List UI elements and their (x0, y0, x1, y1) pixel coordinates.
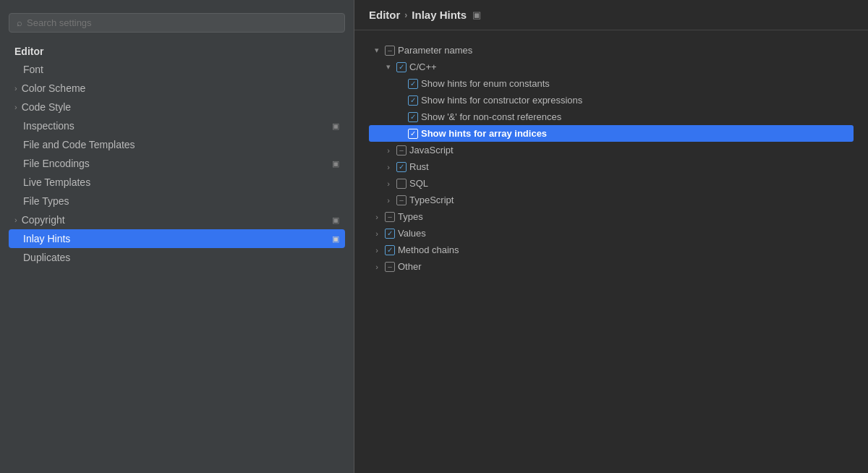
sidebar-item-inlay-hints-label: Inlay Hints (23, 233, 70, 244)
tree-item-values[interactable]: › ✓ Values (369, 225, 854, 242)
breadcrumb-current: Inlay Hints (412, 9, 467, 21)
breadcrumb-separator: › (404, 10, 407, 20)
tree-label-param-names: Parameter names (398, 45, 472, 56)
checkbox-array-indices[interactable]: ✓ (408, 129, 418, 139)
chevron-right-icon: › (372, 229, 382, 238)
settings-icon: ▣ (332, 122, 339, 131)
settings-icon: ▣ (332, 159, 339, 169)
tree-item-param-names[interactable]: ▾ – Parameter names (369, 42, 854, 59)
sidebar-item-copyright-left: › Copyright (14, 214, 65, 226)
search-input[interactable] (27, 17, 337, 28)
tree-item-rust[interactable]: › ✓ Rust (369, 158, 854, 175)
sidebar-item-copyright-label: Copyright (22, 214, 65, 226)
checkbox-param-names[interactable]: – (385, 46, 395, 56)
sidebar-item-duplicates[interactable]: Duplicates (9, 248, 345, 267)
sidebar-section-editor: Editor Font › Color Scheme › Code Style … (0, 41, 354, 267)
sidebar-item-color-scheme-label: Color Scheme (22, 82, 86, 94)
sidebar-item-file-types[interactable]: File Types (9, 192, 345, 210)
sidebar-item-color-scheme[interactable]: › Color Scheme (9, 79, 345, 98)
sidebar-header-editor: Editor (9, 41, 345, 60)
breadcrumb-root: Editor (369, 9, 400, 21)
chevron-right-icon: › (372, 263, 382, 271)
sidebar-item-inlay-hints[interactable]: Inlay Hints ▣ (9, 229, 345, 248)
sidebar-item-code-style[interactable]: › Code Style (9, 98, 345, 116)
tree-label-non-const-references: Show '&' for non-const references (421, 111, 561, 122)
sidebar-item-file-code-templates-label: File and Code Templates (23, 139, 135, 150)
checkbox-enum-constants[interactable]: ✓ (408, 79, 418, 89)
tree-item-sql[interactable]: › SQL (369, 175, 854, 192)
checkbox-constructor-expressions[interactable]: ✓ (408, 95, 418, 106)
tree-item-typescript[interactable]: › – TypeScript (369, 192, 854, 208)
sidebar-item-font-label: Font (23, 64, 43, 75)
sidebar-item-font[interactable]: Font (9, 60, 345, 79)
tree-label-types: Types (398, 211, 423, 222)
tree-label-cpp: C/C++ (409, 61, 437, 72)
tree-label-javascript: JavaScript (409, 145, 454, 155)
sidebar-item-code-style-left: › Code Style (14, 101, 71, 113)
sidebar-item-live-templates-label: Live Templates (23, 176, 90, 188)
tree-label-typescript: TypeScript (409, 195, 454, 205)
tree-label-values: Values (398, 228, 426, 239)
tree-item-non-const-references[interactable]: ✓ Show '&' for non-const references (369, 108, 854, 125)
tree-label-rust: Rust (409, 161, 429, 172)
sidebar-item-file-encodings[interactable]: File Encodings ▣ (9, 154, 345, 173)
sidebar-item-font-left: Font (23, 64, 43, 75)
chevron-right-icon: › (372, 213, 382, 221)
chevron-right-icon: › (383, 196, 393, 205)
settings-icon: ▣ (332, 234, 339, 244)
sidebar-item-live-templates[interactable]: Live Templates (9, 173, 345, 192)
chevron-down-icon: ▾ (372, 46, 382, 55)
checkbox-other[interactable]: – (385, 262, 395, 272)
sidebar-item-file-code-templates[interactable]: File and Code Templates (9, 135, 345, 154)
tree-item-other[interactable]: › – Other (369, 258, 854, 275)
chevron-right-icon: › (383, 163, 393, 171)
search-icon: ⌕ (17, 17, 22, 28)
checkbox-rust[interactable]: ✓ (396, 162, 407, 172)
tree-item-cpp[interactable]: ▾ ✓ C/C++ (369, 59, 854, 75)
sidebar-item-inspections[interactable]: Inspections ▣ (9, 116, 345, 135)
settings-icon: ▣ (332, 216, 339, 225)
sidebar-item-duplicates-label: Duplicates (23, 252, 70, 263)
tree-item-enum-constants[interactable]: ✓ Show hints for enum constants (369, 75, 854, 92)
tree-item-array-indices[interactable]: ✓ Show hints for array indices (369, 125, 854, 142)
chevron-right-icon: › (14, 216, 17, 224)
tree-item-method-chains[interactable]: › ✓ Method chains (369, 242, 854, 258)
sidebar-item-live-templates-left: Live Templates (23, 176, 90, 188)
sidebar-item-copyright[interactable]: › Copyright ▣ (9, 210, 345, 229)
sidebar: ⌕ Editor Font › Color Scheme › Code Styl… (0, 0, 354, 473)
tree-item-javascript[interactable]: › – JavaScript (369, 142, 854, 158)
sidebar-item-inlay-hints-left: Inlay Hints (23, 233, 70, 244)
panel-header: Editor › Inlay Hints ▣ (354, 0, 868, 30)
main-panel: Editor › Inlay Hints ▣ ▾ – Parameter nam… (354, 0, 868, 473)
sidebar-item-code-style-label: Code Style (22, 101, 71, 113)
checkbox-method-chains[interactable]: ✓ (385, 245, 395, 255)
chevron-right-icon: › (372, 246, 382, 255)
breadcrumb: Editor › Inlay Hints (369, 9, 467, 21)
sidebar-item-file-types-label: File Types (23, 195, 69, 207)
tree-label-constructor-expressions: Show hints for constructor expressions (421, 95, 582, 106)
chevron-right-icon: › (14, 84, 17, 93)
search-bar[interactable]: ⌕ (9, 13, 345, 33)
checkbox-typescript[interactable]: – (396, 195, 407, 205)
sidebar-item-file-encodings-label: File Encodings (23, 158, 90, 169)
checkbox-non-const-references[interactable]: ✓ (408, 112, 418, 122)
tree-label-method-chains: Method chains (398, 244, 459, 255)
panel-settings-icon[interactable]: ▣ (472, 9, 481, 20)
sidebar-item-file-encodings-left: File Encodings (23, 158, 90, 169)
checkbox-values[interactable]: ✓ (385, 229, 395, 239)
checkbox-sql[interactable] (396, 179, 407, 189)
tree-item-types[interactable]: › – Types (369, 208, 854, 225)
tree-label-array-indices: Show hints for array indices (421, 128, 547, 139)
tree-label-sql: SQL (409, 178, 428, 189)
checkbox-cpp[interactable]: ✓ (396, 62, 407, 72)
sidebar-item-file-code-templates-left: File and Code Templates (23, 139, 135, 150)
checkbox-types[interactable]: – (385, 212, 395, 222)
checkbox-javascript[interactable]: – (396, 145, 407, 155)
sidebar-item-color-scheme-left: › Color Scheme (14, 82, 85, 94)
chevron-right-icon: › (383, 179, 393, 188)
chevron-right-icon: › (14, 103, 17, 111)
tree-item-constructor-expressions[interactable]: ✓ Show hints for constructor expressions (369, 92, 854, 108)
sidebar-item-inspections-left: Inspections (23, 120, 75, 132)
sidebar-item-file-types-left: File Types (23, 195, 69, 207)
sidebar-item-duplicates-left: Duplicates (23, 252, 70, 263)
